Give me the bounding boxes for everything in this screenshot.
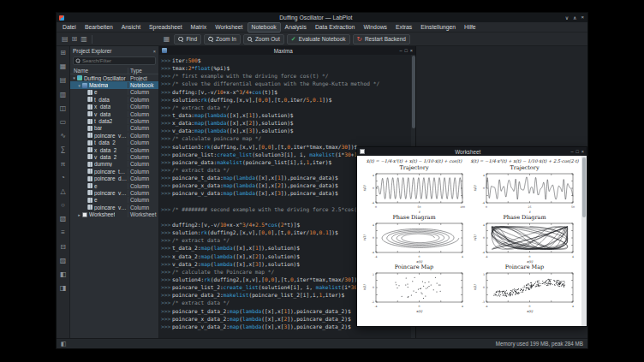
tree-item-poincare-v-data[interactable]: poincare_v_dataColumn <box>70 189 158 196</box>
panel-close-icon[interactable]: × <box>153 49 156 54</box>
subwindow-minimize-button[interactable]: – <box>570 149 573 154</box>
search-box[interactable] <box>73 56 156 65</box>
menu-extras[interactable]: Extras <box>391 22 416 33</box>
plot-traj1[interactable]: Trajectory050100-404tx(t) <box>359 164 469 214</box>
image-icon[interactable]: ▧ <box>60 216 67 223</box>
tree-item-v-data-2[interactable]: v_data_2Column <box>70 153 158 160</box>
code-line[interactable]: >>>solution:rk(duffing,[x,v],[0,0],[t,0,… <box>161 96 409 104</box>
plot-phase1[interactable]: Phase Diagram-404-404x(t)v(t) <box>359 214 469 264</box>
maximize-button[interactable]: ∧ <box>573 15 576 21</box>
menu-worksheet[interactable]: Worksheet <box>211 22 247 33</box>
tree-item-bar[interactable]: barColumn <box>70 125 158 132</box>
zoom-out-button[interactable]: − Zoom Out <box>243 34 284 45</box>
plot-poincare2[interactable]: Poincare Map-404-303x(t)v(t) <box>469 264 580 313</box>
tree-item-e[interactable]: eColumn <box>70 182 158 189</box>
code-line[interactable]: >>>x_data:map(lambda([x],x[2]),solution)… <box>161 119 409 127</box>
tree-item-t-data2[interactable]: t_data2Column <box>70 117 158 124</box>
close-button[interactable]: × <box>581 15 584 21</box>
histogram-icon[interactable]: ◔ <box>61 175 65 181</box>
plot-poincare1[interactable]: Poincare Map-404-202x(t)v(t) <box>359 264 469 313</box>
plot-phase2[interactable]: Phase Diagram-404-404x(t)v(t) <box>469 214 580 264</box>
tree-item-t-data[interactable]: t_dataColumn <box>70 96 158 103</box>
find-button[interactable]: Find <box>174 34 201 45</box>
minimize-button[interactable]: ∨ <box>565 15 569 21</box>
datapicker-icon[interactable]: ▭ <box>60 119 67 126</box>
tree-item-v-data[interactable]: v_dataColumn <box>70 110 158 117</box>
menu-notebook[interactable]: Notebook <box>247 22 281 33</box>
subwindow-close-button[interactable]: × <box>410 48 413 53</box>
code-line[interactable]: >>>iter:500$ <box>161 56 409 64</box>
subwindow-maximize-button[interactable]: □ <box>575 149 578 154</box>
notebook-icon[interactable]: ▥ <box>60 92 67 98</box>
menu-analysis[interactable]: Analysis <box>281 22 311 33</box>
fit-icon[interactable]: π <box>61 161 66 168</box>
caret-right-icon[interactable]: ▸ <box>77 212 81 217</box>
boxplot-icon[interactable]: △ <box>60 188 65 195</box>
panel-toggle-icon[interactable]: ◧ <box>61 341 67 347</box>
menu-ansicht[interactable]: Ansicht <box>117 22 145 33</box>
worksheet-icon[interactable]: ▤ <box>60 77 67 84</box>
code-line[interactable]: >>>duffing:[v,-v/10+x-x^3/4+cos(t)]$ <box>161 88 409 96</box>
menu-data-extraction[interactable]: Data Extraction <box>311 22 359 33</box>
open-project-icon[interactable]: ⊞ <box>70 35 80 43</box>
tree-column-headers[interactable]: Name Type <box>70 67 158 74</box>
save-project-icon[interactable]: ▥ <box>79 35 89 43</box>
titlebar[interactable]: Duffing Oscillator — LabPlot ∨ ∧ × <box>57 13 587 22</box>
tree-item-poincare-v-data-2[interactable]: poincare_v_data_2Column <box>70 204 158 211</box>
subwindow-maximize-button[interactable]: □ <box>404 48 407 53</box>
caret-down-icon[interactable]: ▾ <box>72 75 76 80</box>
spreadsheet-icon[interactable]: ⊞ <box>60 50 66 56</box>
code-line[interactable]: >>>tmax:2*float(%pi)$ <box>161 64 409 72</box>
tree-item-poincare-t-data[interactable]: poincare_t_dataColumn <box>70 168 158 175</box>
menu-windows[interactable]: Windows <box>359 22 391 33</box>
worksheet-scrollbar[interactable] <box>581 156 587 326</box>
matrix-icon[interactable]: ▦ <box>60 63 67 70</box>
menu-datei[interactable]: Datei <box>58 22 80 33</box>
column-header-type[interactable]: Type <box>128 68 158 74</box>
tree-item-worksheet[interactable]: ▸WorksheetWorksheet <box>70 211 158 217</box>
code-line[interactable]: >>>/* calculate poincare map */ <box>161 134 409 142</box>
search-input[interactable] <box>82 58 153 63</box>
tree-item-x-data-2[interactable]: x_data_2Column <box>70 146 158 153</box>
maxima-scrollbar-thumb[interactable] <box>412 56 415 128</box>
text-label-icon[interactable]: ≡ <box>61 229 65 236</box>
plot-traj2[interactable]: Trajectory02550-404tx(t) <box>469 164 580 214</box>
code-line[interactable]: >>>v_data:map(lambda([x],x[3]),solution)… <box>161 127 409 134</box>
code-line[interactable]: >>>/* extract data */ <box>161 104 409 111</box>
maxima-titlebar[interactable]: Maxima – □ × <box>159 46 415 55</box>
menu-bearbeiten[interactable]: Bearbeiten <box>80 22 117 33</box>
pie-plot-icon[interactable]: ○ <box>61 202 65 209</box>
tree-item-t-data-2[interactable]: t_data_2Column <box>70 139 158 146</box>
restart-backend-button[interactable]: ↻ Restart Backend <box>353 34 410 45</box>
column-header-name[interactable]: Name <box>70 68 128 74</box>
subwindow-close-button[interactable]: × <box>581 149 584 154</box>
tree-item-maxima[interactable]: ▾MaximaNotebook <box>70 81 158 88</box>
zoom-select-icon[interactable]: ◧ <box>60 271 67 278</box>
subwindow-minimize-button[interactable]: – <box>399 48 402 53</box>
tree-item-poincare-data[interactable]: poincare_dataColumn <box>70 175 158 181</box>
menu-einstellungen[interactable]: Einstellungen <box>416 22 460 33</box>
zoom-in-button[interactable]: + Zoom In <box>204 34 241 45</box>
tree-item-poincare-v-data2[interactable]: poincare_v_data2Column <box>70 132 158 139</box>
tree-item-e[interactable]: eColumn <box>70 89 158 96</box>
code-line[interactable]: >>>/* solve the differential equation wi… <box>161 80 409 87</box>
tree-item-x-data[interactable]: x_dataColumn <box>70 104 158 110</box>
caret-down-icon[interactable]: ▾ <box>77 83 81 88</box>
worksheet-window[interactable]: Worksheet – □ × ẍ(t) = −1/4·x³(t) + x(t)… <box>356 146 587 327</box>
code-line[interactable]: >>>t_data:map(lambda([x],x[1]),solution)… <box>161 111 409 119</box>
menu-matrix[interactable]: Matrix <box>187 22 212 33</box>
info-element-icon[interactable]: ⊟ <box>60 244 66 251</box>
navigation-icon[interactable]: ◨ <box>60 285 67 292</box>
tree-item-dummy[interactable]: dummyColumn <box>70 161 158 168</box>
menu-spreadsheet[interactable]: Spreadsheet <box>145 22 187 33</box>
new-project-icon[interactable]: ▤ <box>60 35 70 43</box>
evaluate-notebook-button[interactable]: ✓ Evaluate Notebook <box>287 34 350 45</box>
tree-item-duffing-oscillator[interactable]: ▾Duffing OscillatorProject <box>70 74 158 81</box>
reference-line-icon[interactable]: ▨ <box>60 258 67 264</box>
notebook-icon[interactable]: ▦ <box>162 35 172 43</box>
workbook-icon[interactable]: ◫ <box>60 105 67 112</box>
worksheet-titlebar[interactable]: Worksheet – □ × <box>357 147 587 156</box>
xy-equation-icon[interactable]: ∑ <box>61 146 66 153</box>
xy-curve-icon[interactable]: ∿ <box>60 133 66 139</box>
worksheet-scrollbar-thumb[interactable] <box>582 157 586 217</box>
